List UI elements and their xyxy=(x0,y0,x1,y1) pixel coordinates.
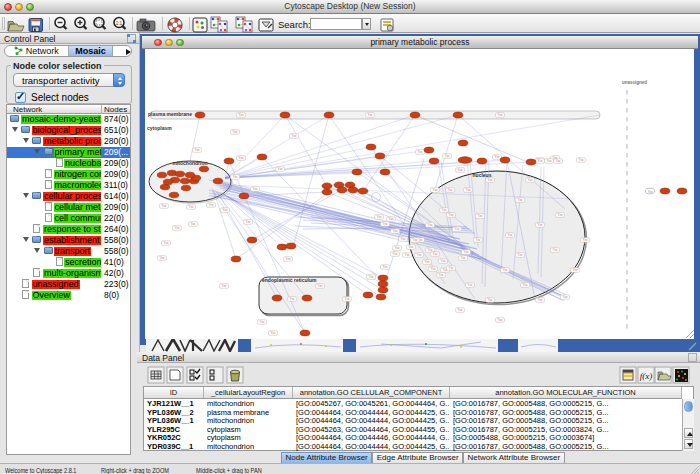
svg-text:Yxx: Yxx xyxy=(416,253,422,257)
svg-text:1:1: 1:1 xyxy=(116,21,123,26)
svg-text:Yxx: Yxx xyxy=(441,208,447,212)
svg-text:Yxx: Yxx xyxy=(382,222,388,226)
svg-text:Yxx: Yxx xyxy=(400,237,406,241)
svg-text:Yxx: Yxx xyxy=(487,178,493,182)
svg-text:Yxx: Yxx xyxy=(404,253,410,257)
svg-text:Yxx: Yxx xyxy=(222,208,228,212)
svg-text:Yxx: Yxx xyxy=(430,267,436,271)
svg-text:Yxx: Yxx xyxy=(427,223,433,227)
svg-text:Yxx: Yxx xyxy=(494,155,500,159)
svg-text:Yxx: Yxx xyxy=(507,233,513,237)
svg-text:Yxx: Yxx xyxy=(161,204,167,208)
svg-text:Yxx: Yxx xyxy=(497,113,503,117)
svg-text:Yxx: Yxx xyxy=(487,298,493,302)
svg-text:Yxx: Yxx xyxy=(259,320,265,324)
svg-text:Yxx: Yxx xyxy=(555,159,561,163)
svg-text:Yxx: Yxx xyxy=(163,241,169,245)
svg-text:nucleus: nucleus xyxy=(473,172,492,178)
svg-text:Yxx: Yxx xyxy=(432,188,438,192)
svg-text:Yxx: Yxx xyxy=(412,238,418,242)
svg-text:Yxx: Yxx xyxy=(188,205,194,209)
svg-text:Yxx: Yxx xyxy=(537,223,543,227)
svg-text:Yxx: Yxx xyxy=(457,168,463,172)
svg-text:Yxx: Yxx xyxy=(447,188,453,192)
svg-text:Yxx: Yxx xyxy=(208,203,214,207)
svg-text:Yxx: Yxx xyxy=(448,213,454,217)
svg-text:f(x): f(x) xyxy=(640,371,653,381)
svg-text:Yxx: Yxx xyxy=(502,268,508,272)
svg-text:Yxx: Yxx xyxy=(432,252,438,256)
svg-text:Yxx: Yxx xyxy=(475,238,481,242)
svg-text:Yxx: Yxx xyxy=(572,268,578,272)
svg-text:Yxx: Yxx xyxy=(522,283,528,287)
svg-text:Yxx: Yxx xyxy=(497,318,503,322)
svg-text:Yxx: Yxx xyxy=(647,190,653,194)
svg-text:Yxx: Yxx xyxy=(232,130,238,134)
svg-text:Yxx: Yxx xyxy=(438,273,444,277)
svg-text:Yxx: Yxx xyxy=(232,175,238,179)
svg-text:Yxx: Yxx xyxy=(291,134,297,138)
svg-text:Yxx: Yxx xyxy=(252,187,258,191)
svg-text:Yxx: Yxx xyxy=(477,214,483,218)
svg-text:Yxx: Yxx xyxy=(465,188,471,192)
svg-text:Yxx: Yxx xyxy=(454,227,460,231)
svg-text:Yxx: Yxx xyxy=(368,275,374,279)
svg-text:Yxx: Yxx xyxy=(517,198,523,202)
svg-text:Yxx: Yxx xyxy=(289,297,295,301)
svg-text:Yxx: Yxx xyxy=(562,295,568,299)
svg-text:Yxx: Yxx xyxy=(174,226,180,230)
svg-text:Yxx: Yxx xyxy=(440,259,446,263)
svg-text:Yxx: Yxx xyxy=(221,284,227,288)
svg-text:Yxx: Yxx xyxy=(238,113,244,117)
svg-text:Yxx: Yxx xyxy=(467,283,473,287)
svg-text:Yxx: Yxx xyxy=(417,150,423,154)
svg-text:Yxx: Yxx xyxy=(394,246,400,250)
svg-text:Yxx: Yxx xyxy=(392,229,398,233)
svg-text:Yxx: Yxx xyxy=(448,266,454,270)
svg-text:plasma membrane: plasma membrane xyxy=(148,111,192,117)
svg-text:Yxx: Yxx xyxy=(557,213,563,217)
svg-text:Yxx: Yxx xyxy=(388,217,394,221)
svg-text:Yxx: Yxx xyxy=(578,158,584,162)
svg-text:unassigned: unassigned xyxy=(622,80,647,85)
svg-text:Yxx: Yxx xyxy=(457,308,463,312)
svg-text:Yxx: Yxx xyxy=(270,331,276,335)
svg-text:Yxx: Yxx xyxy=(159,256,165,260)
svg-text:Yxx: Yxx xyxy=(285,257,291,261)
svg-text:mitochondrion: mitochondrion xyxy=(173,160,208,166)
svg-text:Yxx: Yxx xyxy=(460,256,466,260)
svg-text:endoplasmic reticulum: endoplasmic reticulum xyxy=(262,277,317,283)
svg-text:Yxx: Yxx xyxy=(582,238,588,242)
svg-text:Yxx: Yxx xyxy=(245,220,251,224)
svg-text:Yxx: Yxx xyxy=(527,178,533,182)
svg-text:Yxx: Yxx xyxy=(424,260,430,264)
svg-text:Yxx: Yxx xyxy=(546,159,552,163)
svg-text:Yxx: Yxx xyxy=(190,222,196,226)
svg-text:Yxx: Yxx xyxy=(517,253,523,257)
svg-text:Yxx: Yxx xyxy=(537,159,543,163)
svg-text:Yxx: Yxx xyxy=(344,297,350,301)
svg-text:Yxx: Yxx xyxy=(277,167,283,171)
svg-text:Yxx: Yxx xyxy=(317,284,323,288)
svg-text:Yxx: Yxx xyxy=(408,245,414,249)
svg-text:Yxx: Yxx xyxy=(376,215,382,219)
svg-text:Yxx: Yxx xyxy=(552,248,558,252)
svg-text:Yxx: Yxx xyxy=(444,154,450,158)
svg-text:Yxx: Yxx xyxy=(382,265,388,269)
svg-text:Yxx: Yxx xyxy=(463,250,469,254)
svg-text:Yxx: Yxx xyxy=(238,156,244,160)
svg-text:Yxx: Yxx xyxy=(537,298,543,302)
svg-text:Yxx: Yxx xyxy=(392,252,398,256)
svg-text:cytoplasm: cytoplasm xyxy=(147,125,172,131)
svg-text:Yxx: Yxx xyxy=(194,148,200,152)
svg-text:Yxx: Yxx xyxy=(367,113,373,117)
